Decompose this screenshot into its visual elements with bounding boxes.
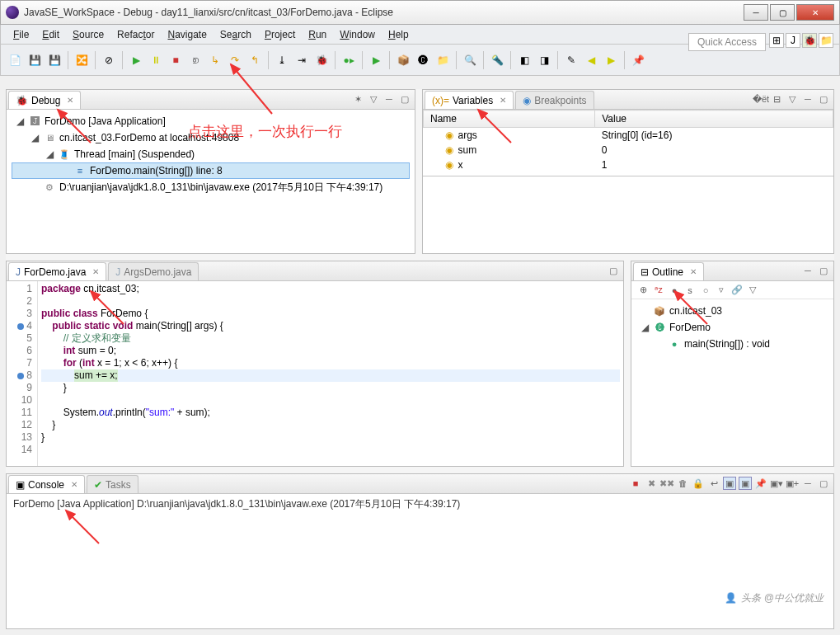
menu-help[interactable]: Help <box>382 27 415 42</box>
variable-row[interactable]: ◉sum0 <box>424 143 833 158</box>
remove-launch-icon[interactable]: ✶ <box>351 92 364 106</box>
outline-row[interactable]: 📦cn.itcast_03 <box>636 303 828 319</box>
focus-icon[interactable]: ⊕ <box>636 284 650 297</box>
display-console-icon[interactable]: ▣▾ <box>770 477 783 490</box>
close-icon[interactable]: ✕ <box>71 480 77 489</box>
variable-row[interactable]: ◉argsString[0] (id=16) <box>424 128 833 143</box>
run-last-icon[interactable]: ▶ <box>368 52 384 68</box>
tab-console[interactable]: ▣ Console ✕ <box>8 475 85 493</box>
menu-project[interactable]: Project <box>259 27 301 42</box>
tab-breakpoints[interactable]: ◉ Breakpoints <box>515 91 594 109</box>
annotation-prev-icon[interactable]: ◧ <box>516 52 533 68</box>
debug-icon[interactable]: 🐞 <box>313 52 330 68</box>
search-icon[interactable]: 🔦 <box>489 52 505 68</box>
variable-row[interactable]: ◉x1 <box>424 158 833 172</box>
scroll-lock-icon[interactable]: 🔒 <box>692 477 705 490</box>
new-class-icon[interactable]: 🅒 <box>415 52 431 68</box>
show-type-icon[interactable]: �ët <box>754 92 767 106</box>
close-icon[interactable]: ✕ <box>500 96 506 105</box>
outline-row[interactable]: ◢🅒ForDemo <box>636 319 828 336</box>
maximize-pane-icon[interactable]: ▢ <box>398 92 411 106</box>
close-button[interactable]: ✕ <box>796 4 834 21</box>
pin-icon[interactable]: 📌 <box>630 52 646 68</box>
close-icon[interactable]: ✕ <box>67 96 73 105</box>
menu-run[interactable]: Run <box>303 27 332 42</box>
maximize-pane-icon[interactable]: ▢ <box>817 264 830 277</box>
hide-nonpublic-icon[interactable]: ○ <box>699 284 712 297</box>
new-icon[interactable]: 📄 <box>7 52 23 68</box>
menu-file[interactable]: File <box>7 27 35 42</box>
view-menu-icon[interactable]: ▽ <box>367 92 380 106</box>
resource-perspective-icon[interactable]: 📁 <box>819 33 833 48</box>
java-perspective-icon[interactable]: J <box>786 33 800 48</box>
collapse-icon[interactable]: ⊟ <box>770 92 783 106</box>
resume-icon[interactable]: ▶ <box>128 52 144 68</box>
debug-tree-row[interactable]: ≡ForDemo.main(String[]) line: 8 <box>12 162 410 179</box>
outline-row[interactable]: ●main(String[]) : void <box>636 336 828 352</box>
step-return-icon[interactable]: ↰ <box>246 52 263 68</box>
menu-window[interactable]: Window <box>334 27 381 42</box>
drop-frame-icon[interactable]: ⤓ <box>274 52 290 68</box>
word-wrap-icon[interactable]: ↩ <box>707 477 720 490</box>
last-edit-icon[interactable]: ✎ <box>563 52 580 68</box>
remove-all-icon[interactable]: ✖✖ <box>660 477 673 490</box>
forward-icon[interactable]: ▶ <box>603 52 619 68</box>
tab-fordemo[interactable]: J ForDemo.java ✕ <box>8 262 106 280</box>
open-console-icon[interactable]: ▣+ <box>786 477 799 490</box>
col-name[interactable]: Name <box>424 111 595 128</box>
debug-tree-row[interactable]: ◢🧵Thread [main] (Suspended) <box>12 146 410 162</box>
link-icon[interactable]: 🔗 <box>730 284 744 297</box>
save-icon[interactable]: 💾 <box>26 52 43 68</box>
new-package-icon[interactable]: 📦 <box>395 52 411 68</box>
debug-tree-row[interactable]: ⚙D:\ruanjian\java\jdk1.8.0_131\bin\javaw… <box>12 179 410 195</box>
menu-search[interactable]: Search <box>214 27 257 42</box>
minimize-pane-icon[interactable]: ─ <box>801 477 814 490</box>
quick-access[interactable]: Quick Access <box>688 33 766 51</box>
hide-local-icon[interactable]: ▿ <box>715 284 728 297</box>
switch-icon[interactable]: 🔀 <box>73 52 90 68</box>
new-folder-icon[interactable]: 📁 <box>434 52 451 68</box>
maximize-pane-icon[interactable]: ▢ <box>817 92 830 106</box>
minimize-pane-icon[interactable]: ─ <box>801 264 814 277</box>
hide-fields-icon[interactable]: ● <box>668 284 681 297</box>
run-icon[interactable]: ●▸ <box>340 52 357 68</box>
tab-variables[interactable]: (x)= Variables ✕ <box>425 91 514 109</box>
line-gutter[interactable]: 1234567891011121314 <box>7 281 38 466</box>
close-icon[interactable]: ✕ <box>690 267 697 276</box>
hide-static-icon[interactable]: s <box>683 284 697 297</box>
show-console-out-icon[interactable]: ▣ <box>723 477 736 490</box>
remove-launch-icon[interactable]: ✖ <box>645 477 658 490</box>
save-all-icon[interactable]: 💾 <box>46 52 63 68</box>
open-perspective-icon[interactable]: ⊞ <box>769 33 784 48</box>
variable-detail-pane[interactable] <box>423 176 833 253</box>
open-type-icon[interactable]: 🔍 <box>462 52 478 68</box>
pin-console-icon[interactable]: 📌 <box>754 477 767 490</box>
tab-tasks[interactable]: ✔ Tasks <box>87 475 138 493</box>
minimize-pane-icon[interactable]: ─ <box>801 92 814 106</box>
terminate-icon[interactable]: ■ <box>629 477 642 490</box>
minimize-button[interactable]: ─ <box>744 4 768 21</box>
col-value[interactable]: Value <box>595 111 833 128</box>
annotation-next-icon[interactable]: ◨ <box>536 52 552 68</box>
view-menu-icon[interactable]: ▽ <box>746 284 759 297</box>
maximize-button[interactable]: ▢ <box>770 4 795 21</box>
maximize-pane-icon[interactable]: ▢ <box>817 477 830 490</box>
menu-source[interactable]: Source <box>67 27 110 42</box>
code-area[interactable]: package cn.itcast_03; public class ForDe… <box>38 281 623 466</box>
show-console-err-icon[interactable]: ▣ <box>739 477 752 490</box>
back-icon[interactable]: ◀ <box>583 52 599 68</box>
tab-outline[interactable]: ⊟ Outline ✕ <box>633 262 704 280</box>
close-icon[interactable]: ✕ <box>92 267 99 276</box>
menu-navigate[interactable]: Navigate <box>162 27 212 42</box>
step-over-icon[interactable]: ↷ <box>227 52 243 68</box>
skip-breakpoints-icon[interactable]: ⊘ <box>101 52 117 68</box>
clear-console-icon[interactable]: 🗑 <box>676 477 689 490</box>
minimize-pane-icon[interactable]: ─ <box>382 92 396 106</box>
step-filters-icon[interactable]: ⇥ <box>293 52 310 68</box>
debug-perspective-icon[interactable]: 🐞 <box>802 33 817 48</box>
debug-tree-row[interactable]: ◢🖥cn.itcast_03.ForDemo at localhost:4980… <box>12 129 410 146</box>
menu-refactor[interactable]: Refactor <box>111 27 160 42</box>
view-menu-icon[interactable]: ▽ <box>786 92 799 106</box>
debug-tree-row[interactable]: ◢🅹ForDemo [Java Application] <box>12 113 410 129</box>
menu-edit[interactable]: Edit <box>36 27 65 42</box>
